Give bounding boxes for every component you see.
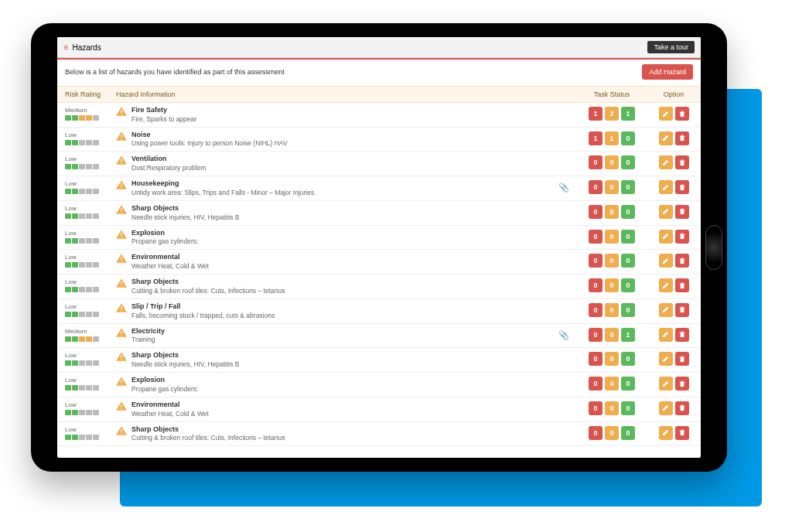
status-badge[interactable]: 0: [621, 426, 635, 440]
status-badge[interactable]: 0: [589, 303, 603, 317]
delete-button[interactable]: [675, 401, 689, 415]
status-badge[interactable]: 0: [621, 377, 635, 390]
status-badge[interactable]: 0: [605, 328, 619, 342]
status-badge[interactable]: 1: [621, 328, 635, 342]
table-row: LowVentilationDust:Respiratory problem00…: [57, 152, 701, 176]
edit-button[interactable]: [659, 328, 673, 342]
menu-icon[interactable]: ≡: [63, 43, 68, 52]
edit-button[interactable]: [659, 180, 673, 194]
table-row: MediumElectricityTraining📎001: [57, 324, 701, 349]
take-tour-button[interactable]: Take a tour: [647, 41, 695, 53]
edit-button[interactable]: [659, 401, 673, 415]
hazard-cell[interactable]: Sharp ObjectsNeedle stick injuries, HIV,…: [113, 204, 577, 222]
edit-button[interactable]: [659, 377, 673, 390]
delete-button[interactable]: [675, 278, 689, 292]
status-badge[interactable]: 1: [621, 107, 635, 121]
edit-button[interactable]: [659, 303, 673, 317]
status-badge[interactable]: 0: [605, 426, 619, 440]
status-badge[interactable]: 2: [605, 107, 619, 121]
status-badge[interactable]: 0: [605, 377, 619, 390]
hazard-cell[interactable]: Sharp ObjectsCutting & broken roof tiles…: [113, 425, 577, 443]
status-badge[interactable]: 0: [589, 328, 603, 342]
edit-button[interactable]: [659, 426, 673, 440]
svg-rect-45: [121, 330, 121, 333]
status-badge[interactable]: 0: [589, 254, 603, 268]
hazard-cell[interactable]: HousekeepingUntidy work area: Slips, Tri…: [113, 179, 577, 197]
edit-button[interactable]: [659, 155, 673, 169]
status-badge[interactable]: 1: [589, 131, 603, 145]
edit-button[interactable]: [659, 254, 673, 268]
status-badge[interactable]: 0: [589, 278, 603, 292]
add-hazard-button[interactable]: Add Hazard: [642, 64, 693, 80]
hazard-cell[interactable]: EnvironmentalWeather Heat, Cold & Wet: [113, 401, 577, 418]
hazard-cell[interactable]: ElectricityTraining📎: [113, 327, 577, 345]
status-badge[interactable]: 1: [589, 107, 603, 121]
status-badge[interactable]: 0: [605, 254, 619, 268]
edit-button[interactable]: [659, 352, 673, 366]
status-badge[interactable]: 0: [621, 230, 635, 244]
hazard-cell[interactable]: ExplosionPropane gas cylinders:: [113, 376, 577, 394]
delete-button[interactable]: [675, 180, 689, 194]
status-badge[interactable]: 0: [605, 303, 619, 317]
delete-button[interactable]: [675, 352, 689, 366]
status-badge[interactable]: 0: [621, 278, 635, 292]
status-badge[interactable]: 0: [621, 401, 635, 415]
delete-button[interactable]: [675, 155, 689, 169]
hazard-cell[interactable]: NoiseUsing power tools: Injury to person…: [113, 131, 577, 148]
hazard-cell[interactable]: Fire SafetyFire, Sparks to appear: [113, 106, 577, 124]
rating-indicator: [65, 140, 113, 145]
hazard-cell[interactable]: Sharp ObjectsCutting & broken roof tiles…: [113, 278, 577, 295]
status-badge[interactable]: 0: [589, 155, 603, 169]
delete-button[interactable]: [675, 426, 689, 440]
delete-button[interactable]: [675, 254, 689, 268]
status-badge[interactable]: 0: [589, 352, 603, 366]
status-badge[interactable]: 0: [621, 303, 635, 317]
hazard-cell[interactable]: ExplosionPropane gas cylinders:: [113, 229, 577, 247]
status-badge[interactable]: 0: [589, 401, 603, 415]
status-badge[interactable]: 0: [621, 352, 635, 366]
status-badge[interactable]: 0: [589, 426, 603, 440]
hazard-cell[interactable]: Sharp ObjectsNeedle stick injuries, HIV,…: [113, 351, 577, 369]
delete-button[interactable]: [675, 131, 689, 145]
status-badge[interactable]: 0: [621, 131, 635, 145]
status-badge[interactable]: 0: [605, 230, 619, 244]
edit-button[interactable]: [659, 278, 673, 292]
delete-button[interactable]: [675, 107, 689, 121]
delete-button[interactable]: [675, 230, 689, 244]
status-badge[interactable]: 0: [621, 254, 635, 268]
status-cell: 000: [577, 278, 647, 292]
attachment-icon[interactable]: 📎: [558, 330, 569, 340]
status-badge[interactable]: 0: [589, 180, 603, 194]
status-badge[interactable]: 0: [605, 401, 619, 415]
status-badge[interactable]: 0: [605, 278, 619, 292]
hazard-cell[interactable]: Slip / Trip / FallFalls, becoming stuck …: [113, 302, 577, 320]
delete-button[interactable]: [675, 303, 689, 317]
attachment-icon[interactable]: 📎: [558, 182, 569, 193]
status-badge[interactable]: 0: [605, 180, 619, 194]
hazard-cell[interactable]: EnvironmentalWeather Heat, Cold & Wet: [113, 253, 577, 271]
status-badge[interactable]: 1: [605, 131, 619, 145]
status-badge[interactable]: 0: [589, 205, 603, 219]
edit-button[interactable]: [659, 205, 673, 219]
delete-button[interactable]: [675, 205, 689, 219]
warning-icon: [116, 230, 127, 239]
status-badge[interactable]: 0: [589, 230, 603, 244]
svg-rect-49: [681, 332, 682, 332]
status-badge[interactable]: 0: [621, 155, 635, 169]
status-badge[interactable]: 0: [621, 205, 635, 219]
hazard-title: Sharp Objects: [131, 278, 285, 287]
edit-button[interactable]: [659, 230, 673, 244]
status-badge[interactable]: 0: [621, 180, 635, 194]
edit-button[interactable]: [659, 131, 673, 145]
svg-rect-35: [121, 281, 121, 285]
tablet-home-button[interactable]: [705, 225, 722, 270]
status-badge[interactable]: 0: [589, 377, 603, 390]
status-badge[interactable]: 0: [605, 205, 619, 219]
status-badge[interactable]: 0: [605, 155, 619, 169]
hazard-cell[interactable]: VentilationDust:Respiratory problem: [113, 155, 577, 172]
status-badge[interactable]: 0: [605, 352, 619, 366]
delete-button[interactable]: [675, 328, 689, 342]
pencil-icon: [662, 257, 669, 264]
delete-button[interactable]: [675, 377, 689, 390]
edit-button[interactable]: [659, 107, 673, 121]
